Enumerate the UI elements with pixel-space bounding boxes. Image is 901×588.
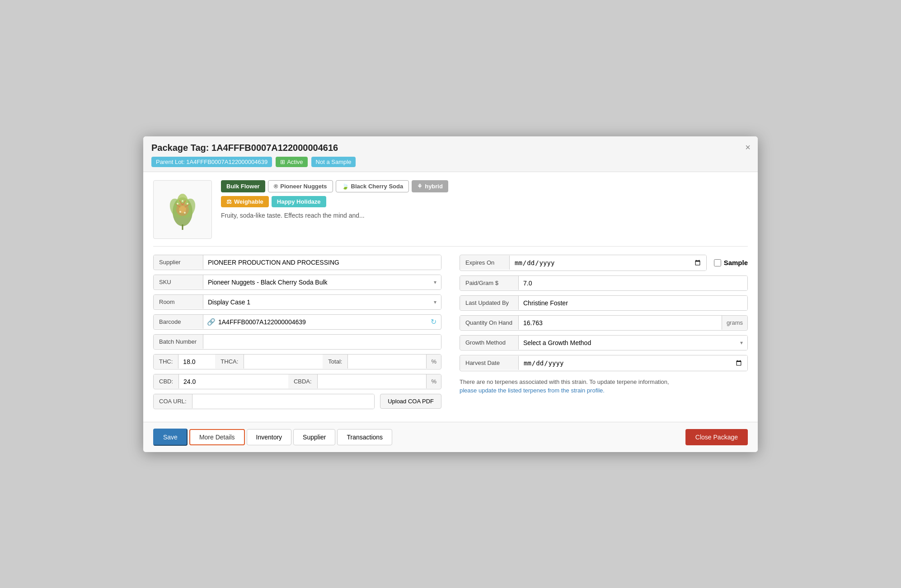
sku-label: SKU	[154, 275, 203, 289]
terpenes-link[interactable]: please update the listed terpenes from t…	[460, 387, 605, 394]
inventory-button[interactable]: Inventory	[247, 429, 292, 445]
modal-header: Package Tag: 1A4FFFB0007A122000004616 Pa…	[143, 136, 758, 172]
thc-label: THC:	[154, 355, 178, 369]
hybrid-label: hybrid	[425, 183, 443, 190]
barcode-label: Barcode	[154, 315, 203, 329]
modal-title: Package Tag: 1A4FFFB0007A122000004616	[151, 143, 750, 153]
parent-lot-badge[interactable]: Parent Lot: 1A4FFFB0007A122000004639	[151, 157, 272, 167]
paid-gram-row: Paid/Gram $	[460, 275, 748, 291]
close-package-button[interactable]: Close Package	[685, 429, 748, 445]
supplier-footer-button[interactable]: Supplier	[293, 429, 335, 445]
product-tags: Bulk Flower ® Pioneer Nuggets 🍃 Black Ch…	[221, 180, 448, 192]
sku-row: SKU Pioneer Nuggets - Black Cherry Soda …	[153, 275, 441, 290]
cbda-label: CBDA:	[288, 374, 318, 388]
supplier-input[interactable]	[203, 255, 441, 270]
modal-footer: Save More Details Inventory Supplier Tra…	[143, 422, 758, 452]
growth-method-row: Growth Method Select a Growth Method ▾	[460, 335, 748, 350]
room-label: Room	[154, 295, 203, 309]
growth-method-label: Growth Method	[460, 336, 519, 350]
product-image	[153, 180, 212, 239]
thc-row: THC: THCA: Total: %	[153, 354, 441, 369]
harvest-date-row: Harvest Date	[460, 355, 748, 371]
cbd-label: CBD:	[154, 374, 179, 388]
refresh-icon[interactable]: ↻	[426, 316, 441, 328]
save-button[interactable]: Save	[153, 429, 188, 446]
paid-gram-input[interactable]	[519, 276, 747, 290]
close-icon[interactable]: ×	[745, 143, 751, 152]
cbd-input[interactable]	[179, 374, 288, 389]
transactions-button[interactable]: Transactions	[337, 429, 392, 445]
quantity-on-hand-input[interactable]	[519, 316, 722, 330]
product-info: Bulk Flower ® Pioneer Nuggets 🍃 Black Ch…	[221, 180, 448, 219]
expires-on-input[interactable]	[510, 255, 706, 271]
thca-label: THCA:	[215, 355, 244, 369]
tag-hybrid: ⚘ hybrid	[412, 180, 448, 192]
thc-input[interactable]	[178, 355, 215, 369]
pioneer-nuggets-label: Pioneer Nuggets	[280, 183, 327, 190]
active-label: Active	[287, 159, 303, 165]
svg-point-12	[182, 200, 183, 202]
sku-select[interactable]: Pioneer Nuggets - Black Cherry Soda Bulk	[203, 275, 441, 289]
svg-point-13	[179, 211, 181, 213]
sample-checkbox[interactable]	[714, 259, 721, 266]
more-details-button[interactable]: More Details	[189, 429, 245, 445]
product-section: Bulk Flower ® Pioneer Nuggets 🍃 Black Ch…	[153, 180, 748, 239]
footer-buttons-left: Save More Details Inventory Supplier Tra…	[153, 429, 394, 446]
last-updated-by-label: Last Updated By	[460, 296, 519, 310]
thca-input[interactable]	[244, 355, 322, 369]
product-image-svg	[158, 185, 207, 234]
expires-sample-row: Expires On Sample	[460, 255, 748, 271]
thc-percent-icon: %	[426, 355, 441, 369]
tag-pioneer-nuggets: ® Pioneer Nuggets	[268, 180, 333, 192]
harvest-date-label: Harvest Date	[460, 356, 519, 370]
upload-coa-button[interactable]: Upload COA PDF	[380, 394, 441, 409]
cbd-percent-icon: %	[426, 374, 441, 388]
tag-bulk-flower: Bulk Flower	[221, 180, 265, 192]
last-updated-by-input[interactable]	[519, 296, 747, 310]
room-select-wrapper: Display Case 1 ▾	[203, 295, 441, 309]
sample-checkbox-wrapper: Sample	[714, 259, 748, 266]
growth-method-select-wrapper: Select a Growth Method ▾	[519, 336, 747, 350]
form-grid: Supplier SKU Pioneer Nuggets - Black Che…	[153, 255, 748, 414]
package-modal: Package Tag: 1A4FFFB0007A122000004616 Pa…	[143, 136, 758, 452]
product-extra-tags: ⚖ Weighable Happy Holidaze	[221, 196, 448, 207]
cbd-row: CBD: CBDA: %	[153, 374, 441, 389]
scale-icon: ⚖	[226, 198, 232, 205]
total-label: Total:	[323, 355, 348, 369]
harvest-date-input[interactable]	[519, 355, 747, 371]
form-right-col: Expires On Sample Paid/Gram $ Last Updat…	[460, 255, 748, 414]
growth-method-select[interactable]: Select a Growth Method	[519, 336, 747, 350]
sample-label: Sample	[724, 259, 748, 266]
cbda-input[interactable]	[318, 374, 427, 389]
tag-black-cherry-soda: 🍃 Black Cherry Soda	[336, 180, 409, 192]
batch-number-input[interactable]	[203, 335, 441, 349]
grid-icon: ⊞	[280, 159, 285, 165]
product-description: Fruity, soda-like taste. Effects reach t…	[221, 212, 448, 219]
terpenes-note: There are no terpenes associated with th…	[460, 378, 748, 395]
bulk-flower-label: Bulk Flower	[226, 183, 260, 190]
batch-number-row: Batch Number	[153, 334, 441, 350]
svg-point-11	[187, 203, 188, 205]
quantity-on-hand-label: Quantity On Hand	[460, 316, 519, 330]
barcode-link-icon: 🔗	[207, 318, 216, 326]
coa-row: COA URL: Upload COA PDF	[153, 394, 441, 409]
dna-icon: ⚘	[417, 183, 422, 190]
supplier-row: Supplier	[153, 255, 441, 270]
expires-row: Expires On	[460, 255, 707, 271]
registered-icon: ®	[274, 183, 278, 190]
terpenes-note-text: There are no terpenes associated with th…	[460, 378, 669, 385]
room-row: Room Display Case 1 ▾	[153, 294, 441, 310]
happy-holidaze-label: Happy Holidaze	[277, 198, 321, 205]
active-badge[interactable]: ⊞ Active	[276, 157, 307, 167]
room-select[interactable]: Display Case 1	[203, 295, 441, 309]
batch-number-label: Batch Number	[154, 335, 203, 349]
total-input[interactable]	[348, 355, 426, 369]
sku-select-wrapper: Pioneer Nuggets - Black Cherry Soda Bulk…	[203, 275, 441, 289]
svg-point-10	[177, 203, 178, 205]
not-sample-badge[interactable]: Not a Sample	[311, 157, 356, 167]
barcode-input[interactable]	[216, 315, 426, 329]
section-divider	[153, 246, 748, 247]
barcode-row: Barcode 🔗 ↻	[153, 314, 441, 330]
coa-url-input[interactable]	[192, 394, 374, 409]
quantity-unit-label: grams	[722, 316, 747, 330]
